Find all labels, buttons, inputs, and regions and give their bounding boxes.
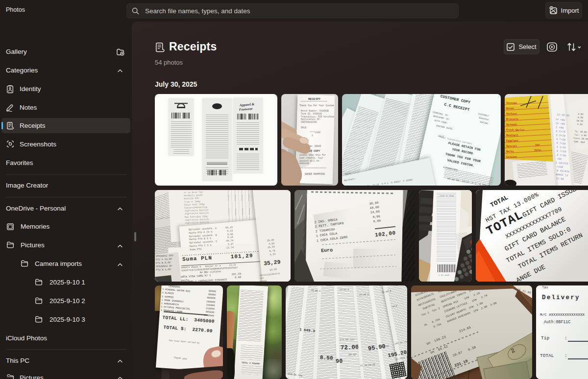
- svg-text:Spinach: Spinach: [506, 123, 517, 126]
- svg-text:TAX: TAX: [535, 144, 540, 147]
- svg-text:Meatball: Meatball: [506, 134, 518, 137]
- svg-text:Sausage: Sausage: [506, 102, 517, 105]
- svg-text:2.00: 2.00: [577, 123, 583, 126]
- svg-text:Onion: Onion: [506, 107, 514, 110]
- svg-text:18.00: 18.00: [576, 119, 583, 122]
- svg-text:Calzone: Calzone: [506, 156, 517, 159]
- svg-text:Herbs: Herbs: [506, 150, 514, 153]
- svg-text:TOTAL: TOTAL: [534, 149, 542, 152]
- svg-text:Special: Special: [506, 145, 517, 148]
- svg-text:Eggplant: Eggplant: [506, 140, 518, 142]
- svg-text:Anchovy: Anchovy: [506, 113, 517, 116]
- svg-text:+60: +60: [557, 158, 562, 161]
- svg-text:6.80: 6.80: [578, 116, 584, 119]
- svg-text:Fresh Garlic: Fresh Garlic: [506, 129, 524, 132]
- svg-text:6.80: 6.80: [578, 113, 584, 116]
- svg-text:Footwear: Footwear: [239, 107, 253, 112]
- svg-text:Broccoli: Broccoli: [506, 118, 518, 121]
- svg-text:+248: +248: [557, 166, 563, 169]
